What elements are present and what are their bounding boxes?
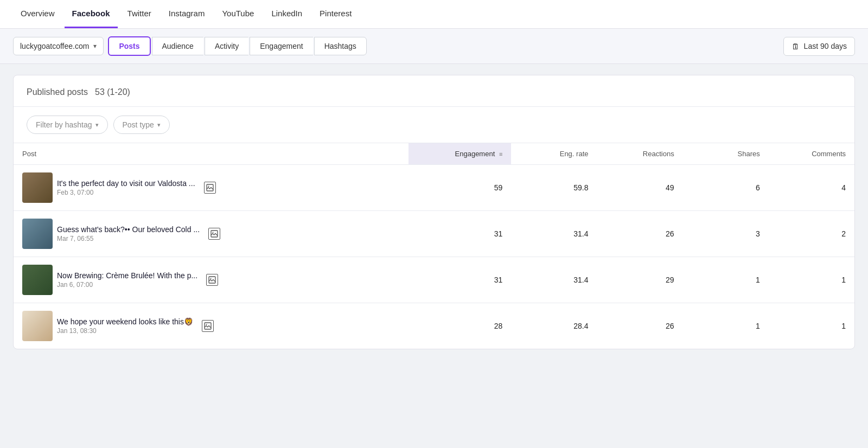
card-header: Published posts 53 (1-20) — [14, 75, 854, 107]
top-nav-item-youtube[interactable]: YouTube — [214, 0, 261, 28]
reactions-val: 49 — [597, 165, 682, 211]
sub-tab-audience[interactable]: Audience — [152, 37, 203, 55]
eng-rate-val: 31.4 — [511, 257, 597, 303]
svg-point-5 — [210, 278, 212, 279]
post-thumbnail — [22, 265, 53, 295]
sub-tab-engagement[interactable]: Engagement — [250, 37, 312, 55]
engagement-val: 31 — [409, 211, 512, 257]
post-title: We hope your weekend looks like this🦁 — [57, 317, 193, 326]
table-header: Post Engagement ≡ Eng. rate Reactions Sh… — [14, 143, 854, 165]
chevron-down-icon: ▾ — [95, 121, 99, 129]
post-date: Jan 13, 08:30 — [57, 327, 193, 335]
image-type-icon — [208, 228, 220, 240]
col-reactions[interactable]: Reactions — [597, 143, 682, 165]
post-info: It's the perfect day to visit our Valdos… — [57, 179, 195, 196]
date-range-button[interactable]: 🗓 Last 90 days — [783, 37, 855, 56]
shares-val: 1 — [683, 303, 769, 349]
chevron-down-icon: ▾ — [157, 121, 161, 129]
comments-val: 2 — [769, 211, 854, 257]
post-info: We hope your weekend looks like this🦁 Ja… — [57, 317, 193, 335]
eng-rate-val: 28.4 — [511, 303, 597, 349]
reactions-val: 26 — [597, 211, 682, 257]
reactions-val: 26 — [597, 303, 682, 349]
table-row[interactable]: Now Brewing: Crème Brulée! With the p...… — [14, 257, 854, 303]
sub-nav-left: luckygoatcoffee.com ▾ PostsAudienceActiv… — [13, 36, 367, 56]
post-cell-1: It's the perfect day to visit our Valdos… — [14, 165, 409, 211]
comments-val: 4 — [769, 165, 854, 211]
eng-rate-val: 59.8 — [511, 165, 597, 211]
post-cell-4: We hope your weekend looks like this🦁 Ja… — [14, 303, 409, 349]
domain-label: luckygoatcoffee.com — [20, 42, 89, 50]
published-posts-title: Published posts 53 (1-20) — [27, 86, 841, 98]
post-type-filter-button[interactable]: Post type ▾ — [113, 116, 170, 134]
chevron-down-icon: ▾ — [93, 42, 97, 50]
calendar-icon: 🗓 — [792, 42, 800, 51]
post-title: Guess what's back?•• Our beloved Cold ..… — [57, 225, 200, 234]
post-date: Feb 3, 07:00 — [57, 189, 195, 196]
col-post: Post — [14, 143, 409, 165]
table-header-row: Post Engagement ≡ Eng. rate Reactions Sh… — [14, 143, 854, 165]
content-card: Published posts 53 (1-20) Filter by hash… — [13, 75, 855, 349]
svg-point-1 — [208, 186, 209, 187]
col-shares[interactable]: Shares — [683, 143, 769, 165]
hashtag-filter-button[interactable]: Filter by hashtag ▾ — [27, 116, 108, 134]
shares-val: 3 — [683, 211, 769, 257]
post-info: Now Brewing: Crème Brulée! With the p...… — [57, 271, 197, 289]
sub-nav-tabs: PostsAudienceActivityEngagementHashtags — [108, 36, 366, 56]
post-title: Now Brewing: Crème Brulée! With the p... — [57, 271, 197, 280]
svg-point-7 — [206, 324, 207, 325]
sub-tab-hashtags[interactable]: Hashtags — [314, 37, 367, 55]
engagement-val: 28 — [409, 303, 512, 349]
sub-navigation: luckygoatcoffee.com ▾ PostsAudienceActiv… — [0, 29, 868, 64]
engagement-val: 31 — [409, 257, 512, 303]
table-body: It's the perfect day to visit our Valdos… — [14, 165, 854, 349]
top-nav-item-overview[interactable]: Overview — [13, 0, 62, 28]
post-date: Mar 7, 06:55 — [57, 235, 200, 242]
shares-val: 1 — [683, 257, 769, 303]
date-range-label: Last 90 days — [804, 42, 847, 50]
sort-icon: ≡ — [499, 151, 502, 157]
post-title: It's the perfect day to visit our Valdos… — [57, 179, 195, 188]
hashtag-filter-label: Filter by hashtag — [36, 120, 92, 129]
top-navigation: OverviewFacebookTwitterInstagramYouTubeL… — [0, 0, 868, 29]
post-thumbnail — [22, 311, 53, 341]
col-comments[interactable]: Comments — [769, 143, 854, 165]
image-type-icon — [202, 320, 214, 332]
post-thumbnail — [22, 219, 53, 249]
table-row[interactable]: Guess what's back?•• Our beloved Cold ..… — [14, 211, 854, 257]
post-info: Guess what's back?•• Our beloved Cold ..… — [57, 225, 200, 242]
domain-dropdown[interactable]: luckygoatcoffee.com ▾ — [13, 37, 104, 55]
top-nav-item-pinterest[interactable]: Pinterest — [312, 0, 359, 28]
top-nav-item-linkedin[interactable]: LinkedIn — [264, 0, 310, 28]
image-type-icon — [206, 274, 218, 286]
sub-tab-activity[interactable]: Activity — [205, 37, 248, 55]
sub-tab-posts[interactable]: Posts — [108, 36, 150, 56]
reactions-val: 29 — [597, 257, 682, 303]
post-cell-3: Now Brewing: Crème Brulée! With the p...… — [14, 257, 409, 303]
post-date: Jan 6, 07:00 — [57, 281, 197, 289]
comments-val: 1 — [769, 257, 854, 303]
post-type-label: Post type — [123, 120, 154, 129]
top-nav-item-facebook[interactable]: Facebook — [65, 0, 118, 28]
table-row[interactable]: We hope your weekend looks like this🦁 Ja… — [14, 303, 854, 349]
col-eng-rate[interactable]: Eng. rate — [511, 143, 597, 165]
shares-val: 6 — [683, 165, 769, 211]
svg-point-3 — [213, 232, 214, 233]
post-cell-2: Guess what's back?•• Our beloved Cold ..… — [14, 211, 409, 257]
col-engagement[interactable]: Engagement ≡ — [409, 143, 512, 165]
main-content: Published posts 53 (1-20) Filter by hash… — [0, 64, 868, 448]
engagement-val: 59 — [409, 165, 512, 211]
image-type-icon — [204, 182, 216, 194]
filter-bar: Filter by hashtag ▾ Post type ▾ — [14, 107, 854, 143]
table-row[interactable]: It's the perfect day to visit our Valdos… — [14, 165, 854, 211]
comments-val: 1 — [769, 303, 854, 349]
top-nav-item-twitter[interactable]: Twitter — [120, 0, 159, 28]
posts-table: Post Engagement ≡ Eng. rate Reactions Sh… — [14, 143, 854, 349]
eng-rate-val: 31.4 — [511, 211, 597, 257]
top-nav-item-instagram[interactable]: Instagram — [161, 0, 213, 28]
post-thumbnail — [22, 172, 53, 203]
